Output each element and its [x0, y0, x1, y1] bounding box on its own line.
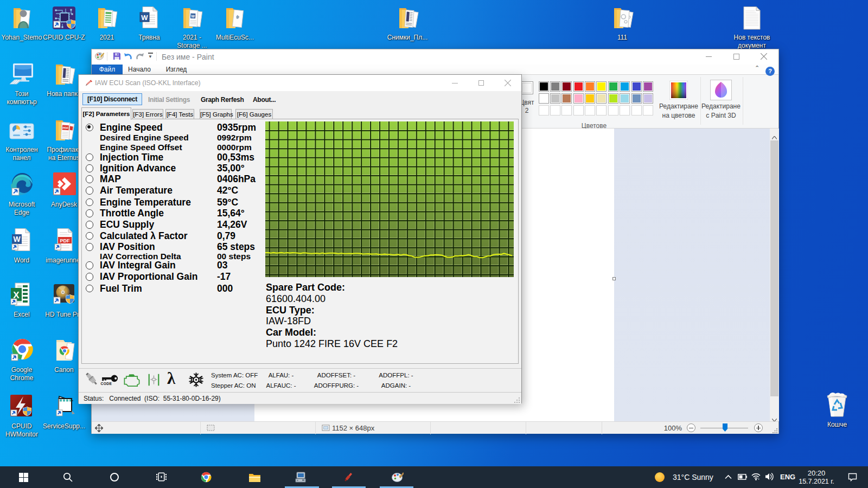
svg-text:W: W [141, 14, 148, 22]
svg-text:PDF: PDF [62, 126, 69, 130]
svg-text:W: W [13, 235, 21, 243]
svg-text:PDF: PDF [60, 238, 71, 243]
